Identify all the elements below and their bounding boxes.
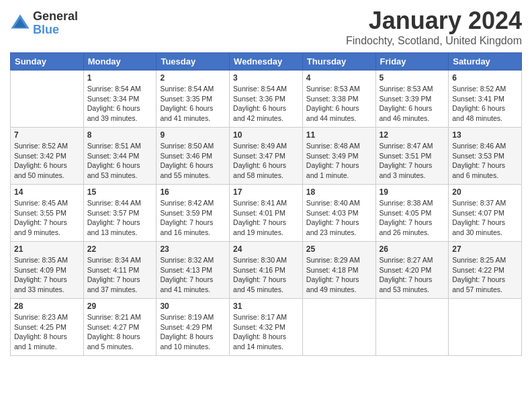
- calendar-cell: 29Sunrise: 8:21 AM Sunset: 4:27 PM Dayli…: [83, 299, 157, 356]
- day-number: 21: [14, 244, 80, 254]
- day-number: 17: [233, 187, 299, 197]
- calendar-cell: 7Sunrise: 8:52 AM Sunset: 3:42 PM Daylig…: [11, 128, 84, 185]
- calendar-cell: 20Sunrise: 8:37 AM Sunset: 4:07 PM Dayli…: [449, 185, 522, 242]
- calendar-cell: 26Sunrise: 8:27 AM Sunset: 4:20 PM Dayli…: [375, 242, 449, 299]
- day-number: 4: [306, 73, 372, 83]
- header: General Blue January 2024 Findochty, Sco…: [10, 7, 522, 47]
- day-info: Sunrise: 8:27 AM Sunset: 4:20 PM Dayligh…: [380, 255, 445, 295]
- day-number: 18: [306, 187, 372, 197]
- calendar-cell: 19Sunrise: 8:38 AM Sunset: 4:05 PM Dayli…: [375, 185, 449, 242]
- day-number: 5: [380, 73, 445, 83]
- day-number: 6: [452, 73, 518, 83]
- calendar-week-row: 1Sunrise: 8:54 AM Sunset: 3:34 PM Daylig…: [11, 71, 522, 128]
- day-number: 25: [306, 244, 372, 254]
- calendar-cell: 10Sunrise: 8:49 AM Sunset: 3:47 PM Dayli…: [230, 128, 303, 185]
- day-info: Sunrise: 8:53 AM Sunset: 3:39 PM Dayligh…: [380, 84, 445, 124]
- calendar-cell: 1Sunrise: 8:54 AM Sunset: 3:34 PM Daylig…: [83, 71, 157, 128]
- day-info: Sunrise: 8:21 AM Sunset: 4:27 PM Dayligh…: [87, 312, 153, 352]
- day-info: Sunrise: 8:54 AM Sunset: 3:34 PM Dayligh…: [87, 84, 153, 124]
- calendar-cell: 4Sunrise: 8:53 AM Sunset: 3:38 PM Daylig…: [302, 71, 375, 128]
- calendar-cell: 11Sunrise: 8:48 AM Sunset: 3:49 PM Dayli…: [302, 128, 375, 185]
- day-info: Sunrise: 8:25 AM Sunset: 4:22 PM Dayligh…: [452, 255, 518, 295]
- calendar-cell: 13Sunrise: 8:46 AM Sunset: 3:53 PM Dayli…: [449, 128, 522, 185]
- day-number: 31: [233, 302, 299, 311]
- title-area: January 2024 Findochty, Scotland, United…: [346, 7, 522, 47]
- location: Findochty, Scotland, United Kingdom: [346, 35, 522, 47]
- day-number: 22: [87, 244, 153, 254]
- day-info: Sunrise: 8:45 AM Sunset: 3:55 PM Dayligh…: [14, 198, 80, 238]
- day-header: Wednesday: [230, 53, 303, 71]
- day-number: 19: [380, 187, 445, 197]
- calendar-cell: 8Sunrise: 8:51 AM Sunset: 3:44 PM Daylig…: [83, 128, 157, 185]
- calendar-cell: 14Sunrise: 8:45 AM Sunset: 3:55 PM Dayli…: [11, 185, 84, 242]
- day-info: Sunrise: 8:44 AM Sunset: 3:57 PM Dayligh…: [87, 198, 153, 238]
- day-number: 15: [87, 187, 153, 197]
- calendar-cell: [449, 299, 522, 356]
- day-info: Sunrise: 8:48 AM Sunset: 3:49 PM Dayligh…: [306, 141, 372, 181]
- calendar-cell: 30Sunrise: 8:19 AM Sunset: 4:29 PM Dayli…: [157, 299, 230, 356]
- day-header: Thursday: [302, 53, 375, 71]
- day-number: 13: [452, 130, 518, 140]
- day-info: Sunrise: 8:54 AM Sunset: 3:36 PM Dayligh…: [233, 84, 299, 124]
- day-number: 24: [233, 244, 299, 254]
- calendar-week-row: 14Sunrise: 8:45 AM Sunset: 3:55 PM Dayli…: [11, 185, 522, 242]
- calendar-week-row: 21Sunrise: 8:35 AM Sunset: 4:09 PM Dayli…: [11, 242, 522, 299]
- calendar-cell: 2Sunrise: 8:54 AM Sunset: 3:35 PM Daylig…: [157, 71, 230, 128]
- calendar-cell: 12Sunrise: 8:47 AM Sunset: 3:51 PM Dayli…: [375, 128, 449, 185]
- day-number: 10: [233, 130, 299, 140]
- calendar-week-row: 28Sunrise: 8:23 AM Sunset: 4:25 PM Dayli…: [11, 299, 522, 356]
- calendar-week-row: 7Sunrise: 8:52 AM Sunset: 3:42 PM Daylig…: [11, 128, 522, 185]
- day-info: Sunrise: 8:19 AM Sunset: 4:29 PM Dayligh…: [160, 312, 226, 352]
- day-number: 28: [14, 302, 80, 311]
- calendar-cell: 31Sunrise: 8:17 AM Sunset: 4:32 PM Dayli…: [230, 299, 303, 356]
- logo-text: General Blue: [33, 10, 78, 37]
- day-number: 11: [306, 130, 372, 140]
- day-number: 8: [87, 130, 153, 140]
- calendar-cell: 17Sunrise: 8:41 AM Sunset: 4:01 PM Dayli…: [230, 185, 303, 242]
- day-info: Sunrise: 8:47 AM Sunset: 3:51 PM Dayligh…: [380, 141, 445, 181]
- day-info: Sunrise: 8:51 AM Sunset: 3:44 PM Dayligh…: [87, 141, 153, 181]
- calendar-cell: 18Sunrise: 8:40 AM Sunset: 4:03 PM Dayli…: [302, 185, 375, 242]
- calendar-cell: 16Sunrise: 8:42 AM Sunset: 3:59 PM Dayli…: [157, 185, 230, 242]
- day-number: 14: [14, 187, 80, 197]
- day-number: 3: [233, 73, 299, 83]
- day-number: 29: [87, 302, 153, 311]
- day-info: Sunrise: 8:23 AM Sunset: 4:25 PM Dayligh…: [14, 312, 80, 352]
- day-number: 23: [160, 244, 226, 254]
- day-number: 20: [452, 187, 518, 197]
- day-info: Sunrise: 8:46 AM Sunset: 3:53 PM Dayligh…: [452, 141, 518, 181]
- calendar-cell: 23Sunrise: 8:32 AM Sunset: 4:13 PM Dayli…: [157, 242, 230, 299]
- day-number: 2: [160, 73, 226, 83]
- day-header: Tuesday: [157, 53, 230, 71]
- calendar-cell: 6Sunrise: 8:52 AM Sunset: 3:41 PM Daylig…: [449, 71, 522, 128]
- day-info: Sunrise: 8:17 AM Sunset: 4:32 PM Dayligh…: [233, 312, 299, 352]
- logo-general-text: General: [33, 10, 78, 24]
- calendar-cell: 21Sunrise: 8:35 AM Sunset: 4:09 PM Dayli…: [11, 242, 84, 299]
- day-info: Sunrise: 8:53 AM Sunset: 3:38 PM Dayligh…: [306, 84, 372, 124]
- calendar-cell: 27Sunrise: 8:25 AM Sunset: 4:22 PM Dayli…: [449, 242, 522, 299]
- day-number: 26: [380, 244, 445, 254]
- day-header: Monday: [83, 53, 157, 71]
- day-number: 30: [160, 302, 226, 311]
- day-info: Sunrise: 8:41 AM Sunset: 4:01 PM Dayligh…: [233, 198, 299, 238]
- day-number: 7: [14, 130, 80, 140]
- calendar-cell: [375, 299, 449, 356]
- calendar-cell: 25Sunrise: 8:29 AM Sunset: 4:18 PM Dayli…: [302, 242, 375, 299]
- header-row: SundayMondayTuesdayWednesdayThursdayFrid…: [11, 53, 522, 71]
- calendar-cell: 28Sunrise: 8:23 AM Sunset: 4:25 PM Dayli…: [11, 299, 84, 356]
- day-header: Saturday: [449, 53, 522, 71]
- calendar-cell: 15Sunrise: 8:44 AM Sunset: 3:57 PM Dayli…: [83, 185, 157, 242]
- calendar-cell: 24Sunrise: 8:30 AM Sunset: 4:16 PM Dayli…: [230, 242, 303, 299]
- calendar-cell: 22Sunrise: 8:34 AM Sunset: 4:11 PM Dayli…: [83, 242, 157, 299]
- day-number: 12: [380, 130, 445, 140]
- day-number: 27: [452, 244, 518, 254]
- calendar-cell: [302, 299, 375, 356]
- logo: General Blue: [10, 10, 78, 37]
- day-info: Sunrise: 8:32 AM Sunset: 4:13 PM Dayligh…: [160, 255, 226, 295]
- day-number: 16: [160, 187, 226, 197]
- day-info: Sunrise: 8:30 AM Sunset: 4:16 PM Dayligh…: [233, 255, 299, 295]
- calendar-cell: 5Sunrise: 8:53 AM Sunset: 3:39 PM Daylig…: [375, 71, 449, 128]
- day-number: 9: [160, 130, 226, 140]
- day-info: Sunrise: 8:54 AM Sunset: 3:35 PM Dayligh…: [160, 84, 226, 124]
- day-header: Friday: [375, 53, 449, 71]
